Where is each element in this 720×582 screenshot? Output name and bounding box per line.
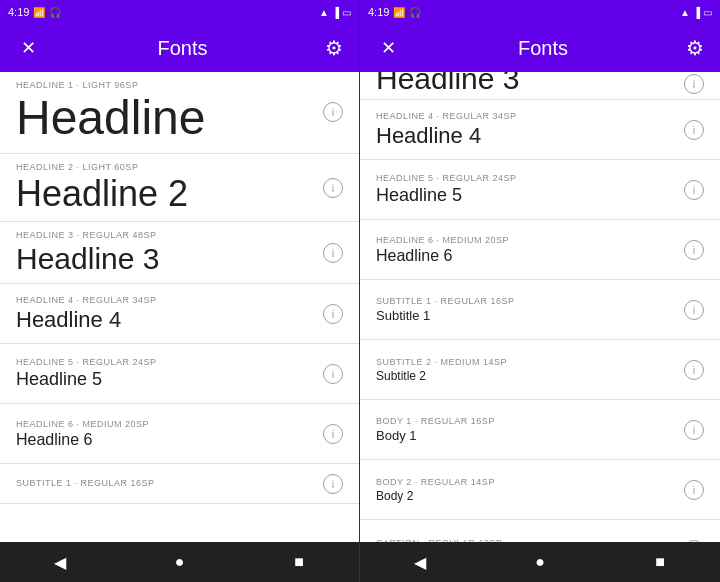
left-recents-button[interactable]: ■ — [279, 542, 319, 582]
right-font-item-body1[interactable]: BODY 1 · REGULAR 16SP Body 1 i — [360, 400, 720, 460]
right-font-item-h5[interactable]: HEADLINE 5 · REGULAR 24SP Headline 5 i — [360, 160, 720, 220]
right-font-item-sub1[interactable]: SUBTITLE 1 · REGULAR 16SP Subtitle 1 i — [360, 280, 720, 340]
left-info-btn-sub1[interactable]: i — [323, 474, 343, 494]
left-back-button[interactable]: ◀ — [40, 542, 80, 582]
right-headphone-icon: 🎧 — [409, 7, 421, 18]
left-font-text-h3: Headline 3 — [16, 242, 323, 275]
left-font-item-h3[interactable]: HEADLINE 3 · REGULAR 48SP Headline 3 i — [0, 222, 359, 284]
right-info-btn-h6[interactable]: i — [684, 240, 704, 260]
left-font-label-sub1: SUBTITLE 1 · REGULAR 16SP — [16, 478, 323, 488]
left-panel: 4:19 📶 🎧 ▲ ▐ ▭ ✕ Fonts ⚙ HEADLINE 1 · LI… — [0, 0, 360, 582]
right-font-item-h4[interactable]: HEADLINE 4 · REGULAR 34SP Headline 4 i — [360, 100, 720, 160]
left-font-item-h2[interactable]: HEADLINE 2 · LIGHT 60SP Headline 2 i — [0, 154, 359, 223]
left-font-label-h1: HEADLINE 1 · LIGHT 96SP — [16, 80, 323, 90]
left-toolbar-title: Fonts — [157, 37, 207, 60]
left-font-label-h2: HEADLINE 2 · LIGHT 60SP — [16, 162, 323, 172]
right-font-item-h5-left: HEADLINE 5 · REGULAR 24SP Headline 5 — [376, 173, 684, 206]
left-font-item-h6-left: HEADLINE 6 · MEDIUM 20SP Headline 6 — [16, 419, 323, 449]
left-toolbar: ✕ Fonts ⚙ — [0, 24, 359, 72]
right-font-item-body1-left: BODY 1 · REGULAR 16SP Body 1 — [376, 416, 684, 443]
right-font-item-sub2-left: SUBTITLE 2 · MEDIUM 14SP Subtitle 2 — [376, 357, 684, 383]
left-nav-bar: ◀ ● ■ — [0, 542, 359, 582]
right-font-text-h4: Headline 4 — [376, 123, 684, 149]
right-info-btn-body2[interactable]: i — [684, 480, 704, 500]
right-status-right: ▲ ▐ ▭ — [680, 7, 712, 18]
left-info-btn-h3[interactable]: i — [323, 243, 343, 263]
right-font-label-sub1: SUBTITLE 1 · REGULAR 16SP — [376, 296, 684, 306]
right-font-text-body2: Body 2 — [376, 489, 684, 503]
left-font-item-h5[interactable]: HEADLINE 5 · REGULAR 24SP Headline 5 i — [0, 344, 359, 404]
right-info-btn-partial[interactable]: i — [684, 74, 704, 94]
left-status-right: ▲ ▐ ▭ — [319, 7, 351, 18]
left-font-item-h4-left: HEADLINE 4 · REGULAR 34SP Headline 4 — [16, 295, 323, 333]
right-font-item-sub1-left: SUBTITLE 1 · REGULAR 16SP Subtitle 1 — [376, 296, 684, 323]
right-font-item-caption[interactable]: CAPTION · REGULAR 12SP Caption i — [360, 520, 720, 542]
left-font-item-sub1-left: SUBTITLE 1 · REGULAR 16SP — [16, 478, 323, 490]
right-toolbar-title: Fonts — [518, 37, 568, 60]
right-font-item-h6-left: HEADLINE 6 · MEDIUM 20SP Headline 6 — [376, 235, 684, 265]
right-info-btn-h5[interactable]: i — [684, 180, 704, 200]
left-sim-icon: 📶 — [33, 7, 45, 18]
left-headphone-icon: 🎧 — [49, 7, 61, 18]
right-status-bar: 4:19 📶 🎧 ▲ ▐ ▭ — [360, 0, 720, 24]
right-font-item-h6[interactable]: HEADLINE 6 · MEDIUM 20SP Headline 6 i — [360, 220, 720, 280]
right-partial-h3[interactable]: Headline 3 i — [360, 72, 720, 100]
left-font-item-h1-left: HEADLINE 1 · LIGHT 96SP Headline — [16, 80, 323, 145]
right-signal-icon: ▐ — [693, 7, 700, 18]
right-content: Headline 3 i HEADLINE 4 · REGULAR 34SP H… — [360, 72, 720, 542]
right-info-btn-sub2[interactable]: i — [684, 360, 704, 380]
right-close-button[interactable]: ✕ — [376, 36, 400, 60]
right-font-item-h4-left: HEADLINE 4 · REGULAR 34SP Headline 4 — [376, 111, 684, 149]
left-info-btn-h5[interactable]: i — [323, 364, 343, 384]
left-font-label-h4: HEADLINE 4 · REGULAR 34SP — [16, 295, 323, 305]
left-font-item-h6[interactable]: HEADLINE 6 · MEDIUM 20SP Headline 6 i — [0, 404, 359, 464]
right-font-label-h4: HEADLINE 4 · REGULAR 34SP — [376, 111, 684, 121]
left-status-bar: 4:19 📶 🎧 ▲ ▐ ▭ — [0, 0, 359, 24]
right-home-button[interactable]: ● — [520, 542, 560, 582]
left-info-btn-h6[interactable]: i — [323, 424, 343, 444]
left-font-text-h2: Headline 2 — [16, 174, 323, 214]
right-back-button[interactable]: ◀ — [400, 542, 440, 582]
right-font-label-h5: HEADLINE 5 · REGULAR 24SP — [376, 173, 684, 183]
right-sim-icon: 📶 — [393, 7, 405, 18]
left-font-label-h3: HEADLINE 3 · REGULAR 48SP — [16, 230, 323, 240]
right-font-label-body1: BODY 1 · REGULAR 16SP — [376, 416, 684, 426]
right-battery-icon: ▭ — [703, 7, 712, 18]
right-font-label-h6: HEADLINE 6 · MEDIUM 20SP — [376, 235, 684, 245]
right-font-item-body2[interactable]: BODY 2 · REGULAR 14SP Body 2 i — [360, 460, 720, 520]
right-font-item-sub2[interactable]: SUBTITLE 2 · MEDIUM 14SP Subtitle 2 i — [360, 340, 720, 400]
right-font-text-h5: Headline 5 — [376, 185, 684, 206]
left-info-btn-h4[interactable]: i — [323, 304, 343, 324]
right-panel: 4:19 📶 🎧 ▲ ▐ ▭ ✕ Fonts ⚙ Headline 3 i HE… — [360, 0, 720, 582]
left-home-button[interactable]: ● — [159, 542, 199, 582]
right-font-label-sub2: SUBTITLE 2 · MEDIUM 14SP — [376, 357, 684, 367]
left-font-item-h5-left: HEADLINE 5 · REGULAR 24SP Headline 5 — [16, 357, 323, 390]
right-font-label-body2: BODY 2 · REGULAR 14SP — [376, 477, 684, 487]
right-font-item-body2-left: BODY 2 · REGULAR 14SP Body 2 — [376, 477, 684, 503]
right-settings-icon[interactable]: ⚙ — [686, 36, 704, 60]
left-info-btn-h2[interactable]: i — [323, 178, 343, 198]
right-info-btn-body1[interactable]: i — [684, 420, 704, 440]
left-font-text-h5: Headline 5 — [16, 369, 323, 390]
left-settings-icon[interactable]: ⚙ — [325, 36, 343, 60]
right-recents-button[interactable]: ■ — [640, 542, 680, 582]
left-status-left: 4:19 📶 🎧 — [8, 6, 61, 18]
left-font-item-h2-left: HEADLINE 2 · LIGHT 60SP Headline 2 — [16, 162, 323, 214]
left-font-item-h4[interactable]: HEADLINE 4 · REGULAR 34SP Headline 4 i — [0, 284, 359, 344]
right-partial-h3-text: Headline 3 — [376, 72, 519, 95]
left-close-button[interactable]: ✕ — [16, 36, 40, 60]
left-font-item-sub1[interactable]: SUBTITLE 1 · REGULAR 16SP i — [0, 464, 359, 504]
left-info-btn-h1[interactable]: i — [323, 102, 343, 122]
left-font-item-h3-left: HEADLINE 3 · REGULAR 48SP Headline 3 — [16, 230, 323, 275]
left-font-item-h1[interactable]: HEADLINE 1 · LIGHT 96SP Headline i — [0, 72, 359, 154]
left-time: 4:19 — [8, 6, 29, 18]
right-info-btn-sub1[interactable]: i — [684, 300, 704, 320]
left-wifi-icon: ▲ — [319, 7, 329, 18]
right-wifi-icon: ▲ — [680, 7, 690, 18]
left-font-label-h6: HEADLINE 6 · MEDIUM 20SP — [16, 419, 323, 429]
left-font-text-h6: Headline 6 — [16, 431, 323, 449]
right-font-text-sub2: Subtitle 2 — [376, 369, 684, 383]
right-info-btn-h4[interactable]: i — [684, 120, 704, 140]
right-nav-bar: ◀ ● ■ — [360, 542, 720, 582]
right-toolbar: ✕ Fonts ⚙ — [360, 24, 720, 72]
